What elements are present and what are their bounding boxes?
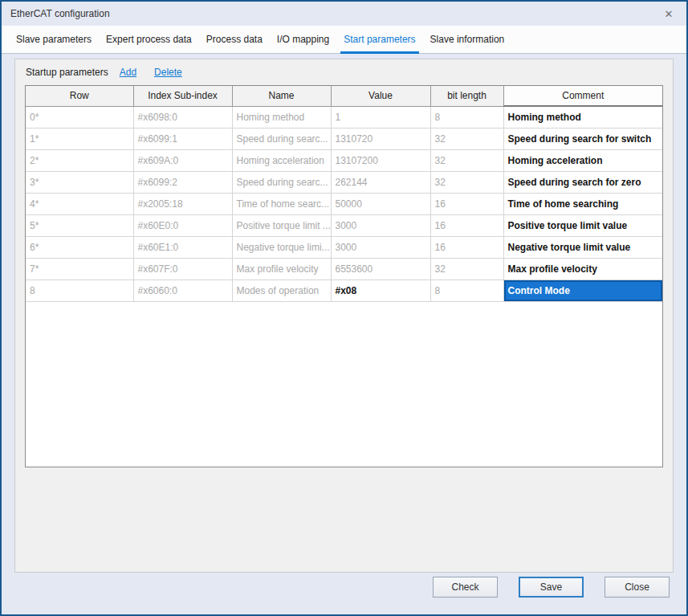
cell-row[interactable]: 8 bbox=[26, 280, 133, 302]
cell-row[interactable]: 6* bbox=[26, 237, 133, 259]
cell-bit-length[interactable]: 8 bbox=[430, 280, 503, 302]
cell-comment[interactable]: Homing acceleration bbox=[503, 150, 662, 172]
table-row[interactable]: 1*#x6099:1Speed during searc...131072032… bbox=[26, 129, 662, 150]
cell-index-subindex[interactable]: #x607F:0 bbox=[133, 259, 232, 280]
cell-index-subindex[interactable]: #x60E0:0 bbox=[133, 215, 232, 237]
cell-index-subindex[interactable]: #x6060:0 bbox=[133, 280, 232, 302]
close-button[interactable]: Close bbox=[605, 577, 670, 598]
table-row[interactable]: 5*#x60E0:0Positive torque limit ...30001… bbox=[26, 215, 662, 237]
cell-row[interactable]: 1* bbox=[26, 129, 133, 150]
cell-bit-length[interactable]: 8 bbox=[430, 106, 503, 129]
cell-row[interactable]: 4* bbox=[26, 194, 133, 215]
table-row[interactable]: 8#x6060:0Modes of operation#x088Control … bbox=[26, 280, 662, 302]
cell-value[interactable]: 13107200 bbox=[331, 150, 430, 172]
cell-index-subindex[interactable]: #x60E1:0 bbox=[133, 237, 232, 259]
cell-value[interactable]: 1 bbox=[331, 106, 430, 129]
tab-bar: Slave parameters Expert process data Pro… bbox=[2, 26, 686, 54]
cell-comment[interactable]: Max profile velocity bbox=[503, 259, 662, 280]
table-row[interactable]: 6*#x60E1:0Negative torque limi...300016N… bbox=[26, 237, 662, 259]
cell-name[interactable]: Speed during searc... bbox=[232, 172, 331, 194]
cell-name[interactable]: Homing acceleration bbox=[232, 150, 331, 172]
table-row[interactable]: 0*#x6098:0Homing method18Homing method bbox=[26, 106, 662, 129]
cell-comment[interactable]: Speed during search for switch bbox=[503, 129, 662, 150]
title-bar: EtherCAT configuration ✕ bbox=[2, 2, 686, 26]
column-header-name[interactable]: Name bbox=[232, 86, 331, 106]
parameters-table: Row Index Sub-index Name Value bit lengt… bbox=[26, 86, 662, 302]
table-row[interactable]: 7*#x607F:0Max profile velocity655360032M… bbox=[26, 259, 662, 280]
cell-name[interactable]: Positive torque limit ... bbox=[232, 215, 331, 237]
column-header-row[interactable]: Row bbox=[26, 86, 133, 106]
cell-comment[interactable]: Positive torque limit value bbox=[503, 215, 662, 237]
cell-bit-length[interactable]: 32 bbox=[430, 259, 503, 280]
grid-body: 0*#x6098:0Homing method18Homing method1*… bbox=[26, 106, 662, 302]
table-row[interactable]: 3*#x6099:2Speed during searc...26214432S… bbox=[26, 172, 662, 194]
cell-name[interactable]: Negative torque limi... bbox=[232, 237, 331, 259]
cell-bit-length[interactable]: 32 bbox=[430, 172, 503, 194]
cell-name[interactable]: Time of home searc... bbox=[232, 194, 331, 215]
dialog-footer: Check Save Close bbox=[18, 577, 670, 598]
close-icon[interactable]: ✕ bbox=[657, 5, 680, 22]
tab-slave-information[interactable]: Slave information bbox=[423, 26, 512, 53]
cell-comment[interactable]: Speed during search for zero bbox=[503, 172, 662, 194]
cell-index-subindex[interactable]: #x6099:2 bbox=[133, 172, 232, 194]
cell-value[interactable]: 3000 bbox=[331, 215, 430, 237]
column-header-value[interactable]: Value bbox=[331, 86, 430, 106]
cell-name[interactable]: Modes of operation bbox=[232, 280, 331, 302]
table-row[interactable]: 2*#x609A:0Homing acceleration1310720032H… bbox=[26, 150, 662, 172]
cell-row[interactable]: 3* bbox=[26, 172, 133, 194]
tab-process-data[interactable]: Process data bbox=[199, 26, 270, 53]
cell-name[interactable]: Homing method bbox=[232, 106, 331, 129]
ethercat-configuration-dialog: EtherCAT configuration ✕ Slave parameter… bbox=[0, 0, 688, 616]
cell-row[interactable]: 0* bbox=[26, 106, 133, 129]
startup-parameters-label: Startup parameters bbox=[26, 67, 108, 78]
cell-index-subindex[interactable]: #x6098:0 bbox=[133, 106, 232, 129]
tab-slave-parameters[interactable]: Slave parameters bbox=[9, 26, 99, 53]
column-header-bit-length[interactable]: bit length bbox=[430, 86, 503, 106]
save-button[interactable]: Save bbox=[519, 577, 584, 598]
tab-expert-process-data[interactable]: Expert process data bbox=[99, 26, 199, 53]
cell-row[interactable]: 5* bbox=[26, 215, 133, 237]
cell-comment[interactable]: Homing method bbox=[503, 106, 662, 129]
tab-io-mapping[interactable]: I/O mapping bbox=[270, 26, 336, 53]
window-title: EtherCAT configuration bbox=[10, 8, 657, 19]
add-link[interactable]: Add bbox=[120, 67, 136, 78]
cell-bit-length[interactable]: 32 bbox=[430, 129, 503, 150]
cell-bit-length[interactable]: 32 bbox=[430, 150, 503, 172]
cell-value[interactable]: 262144 bbox=[331, 172, 430, 194]
cell-comment[interactable]: Control Mode bbox=[503, 280, 662, 302]
cell-row[interactable]: 2* bbox=[26, 150, 133, 172]
cell-value[interactable]: 6553600 bbox=[331, 259, 430, 280]
delete-link[interactable]: Delete bbox=[154, 67, 182, 78]
cell-value[interactable]: 50000 bbox=[331, 194, 430, 215]
cell-value[interactable]: 3000 bbox=[331, 237, 430, 259]
parameters-grid: Row Index Sub-index Name Value bit lengt… bbox=[25, 85, 663, 467]
cell-bit-length[interactable]: 16 bbox=[430, 215, 503, 237]
startup-parameters-header: Startup parameters Add Delete bbox=[15, 59, 673, 85]
cell-comment[interactable]: Negative torque limit value bbox=[503, 237, 662, 259]
startup-parameters-groupbox: Startup parameters Add Delete Row Index … bbox=[14, 59, 674, 573]
tab-start-parameters[interactable]: Start parameters bbox=[336, 26, 422, 53]
cell-name[interactable]: Max profile velocity bbox=[232, 259, 331, 280]
cell-row[interactable]: 7* bbox=[26, 259, 133, 280]
cell-index-subindex[interactable]: #x6099:1 bbox=[133, 129, 232, 150]
cell-comment[interactable]: Time of home searching bbox=[503, 194, 662, 215]
cell-value[interactable]: #x08 bbox=[331, 280, 430, 302]
check-button[interactable]: Check bbox=[433, 577, 498, 598]
table-header-row: Row Index Sub-index Name Value bit lengt… bbox=[26, 86, 662, 106]
cell-index-subindex[interactable]: #x2005:18 bbox=[133, 194, 232, 215]
cell-name[interactable]: Speed during searc... bbox=[232, 129, 331, 150]
cell-bit-length[interactable]: 16 bbox=[430, 237, 503, 259]
column-header-comment[interactable]: Comment bbox=[503, 86, 662, 106]
table-row[interactable]: 4*#x2005:18Time of home searc...5000016T… bbox=[26, 194, 662, 215]
column-header-index-subindex[interactable]: Index Sub-index bbox=[133, 86, 232, 106]
cell-bit-length[interactable]: 16 bbox=[430, 194, 503, 215]
cell-index-subindex[interactable]: #x609A:0 bbox=[133, 150, 232, 172]
cell-value[interactable]: 1310720 bbox=[331, 129, 430, 150]
